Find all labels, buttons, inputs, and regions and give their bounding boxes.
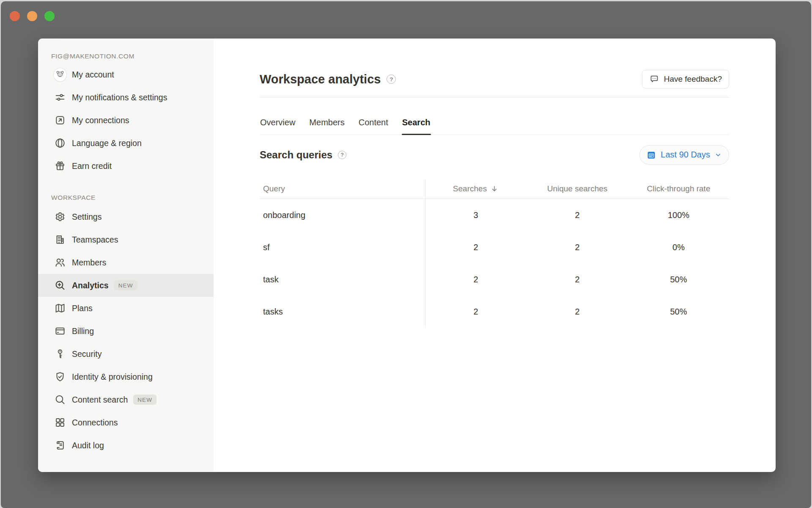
sidebar-item-label: Content search [72, 394, 128, 405]
have-feedback-button[interactable]: Have feedback? [642, 70, 729, 88]
date-range-label: Last 90 Days [661, 150, 710, 160]
tab-search[interactable]: Search [402, 97, 431, 135]
new-badge: NEW [114, 280, 137, 290]
chevron-down-icon [714, 151, 722, 159]
sidebar-item-my-connections[interactable]: My connections [38, 109, 214, 132]
globe-icon [54, 137, 66, 149]
table-row[interactable]: tasks 2 2 50% [260, 295, 729, 328]
unique-searches-cell: 2 [527, 243, 628, 252]
sidebar-item-earn-credit[interactable]: Earn credit [38, 155, 214, 177]
table-row[interactable]: onboarding 3 2 100% [260, 199, 729, 231]
sidebar-item-label: My notifications & settings [72, 92, 167, 103]
ctr-cell: 50% [628, 307, 729, 317]
search-queries-table: Query Searches Unique searches Click-thr… [260, 179, 729, 328]
tab-overview[interactable]: Overview [260, 97, 296, 135]
ctr-cell: 50% [628, 275, 729, 284]
calendar-icon [646, 150, 656, 160]
column-header-ctr[interactable]: Click-through rate [628, 184, 729, 193]
column-header-searches[interactable]: Searches [425, 184, 527, 193]
sidebar-item-security[interactable]: Security [38, 342, 214, 365]
speech-bubble-icon [649, 74, 659, 84]
table-header-row: Query Searches Unique searches Click-thr… [260, 179, 729, 199]
unique-searches-cell: 2 [527, 307, 628, 317]
sidebar-item-label: Settings [72, 211, 102, 222]
sliders-icon [54, 91, 66, 104]
sidebar-item-label: Audit log [72, 440, 104, 451]
searches-cell: 2 [425, 307, 527, 317]
sidebar-item-settings[interactable]: Settings [38, 205, 214, 228]
sort-desc-arrow-icon [490, 185, 499, 193]
key-icon [54, 348, 66, 360]
building-icon [54, 233, 66, 246]
app-window: FIG@MAKENOTION.COM My account [1, 1, 811, 508]
account-email-label: FIG@MAKENOTION.COM [38, 51, 214, 61]
new-badge: NEW [133, 395, 156, 405]
sidebar-item-label: Language & region [72, 138, 142, 149]
minimize-window-button[interactable] [27, 11, 37, 21]
column-header-label: Searches [453, 184, 487, 193]
sidebar-item-content-search[interactable]: Content search NEW [38, 388, 214, 411]
ctr-cell: 100% [628, 210, 729, 220]
sidebar-item-notifications-settings[interactable]: My notifications & settings [38, 86, 214, 109]
sidebar-item-label: Members [72, 257, 106, 268]
feedback-button-label: Have feedback? [664, 75, 722, 84]
grid-icon [54, 416, 66, 429]
sidebar-item-billing[interactable]: Billing [38, 320, 214, 342]
account-section: My account My notifications & settings M… [38, 63, 214, 177]
workspace-section: Settings Teamspaces [38, 205, 214, 457]
workspace-section-label: WORKSPACE [38, 193, 214, 203]
gear-icon [54, 210, 66, 223]
sidebar-item-label: Analytics [72, 280, 109, 291]
sidebar-item-analytics[interactable]: Analytics NEW [38, 274, 214, 297]
members-icon [54, 256, 66, 269]
settings-dialog: FIG@MAKENOTION.COM My account [38, 39, 776, 472]
zoom-plus-icon [54, 279, 66, 292]
analytics-tabs: Overview Members Content Search [260, 97, 729, 135]
sidebar-item-audit-log[interactable]: Audit log [38, 434, 214, 457]
sidebar-item-connections[interactable]: Connections [38, 411, 214, 434]
help-icon[interactable]: ? [387, 75, 396, 84]
help-icon[interactable]: ? [338, 151, 346, 159]
close-window-button[interactable] [10, 11, 20, 21]
query-cell: onboarding [260, 210, 425, 220]
sidebar-item-label: My account [72, 69, 114, 80]
sidebar-item-teamspaces[interactable]: Teamspaces [38, 228, 214, 251]
sidebar-item-label: Identity & provisioning [72, 371, 153, 382]
shield-check-icon [54, 370, 66, 383]
page-title: Workspace analytics [260, 72, 381, 86]
query-cell: sf [260, 243, 425, 252]
gift-icon [54, 160, 66, 172]
sidebar-item-plans[interactable]: Plans [38, 297, 214, 320]
searches-cell: 2 [425, 275, 527, 284]
sidebar-item-label: Teamspaces [72, 234, 118, 245]
map-icon [54, 302, 66, 315]
ctr-cell: 0% [628, 243, 729, 252]
sidebar-item-identity-provisioning[interactable]: Identity & provisioning [38, 365, 214, 388]
arrow-up-right-icon [54, 114, 66, 127]
unique-searches-cell: 2 [527, 275, 628, 284]
query-cell: tasks [260, 307, 425, 317]
settings-sidebar: FIG@MAKENOTION.COM My account [38, 39, 214, 472]
sidebar-item-language-region[interactable]: Language & region [38, 132, 214, 155]
avatar [54, 68, 66, 81]
scroll-icon [54, 439, 66, 452]
sidebar-item-my-account[interactable]: My account [38, 63, 214, 86]
sidebar-item-label: Earn credit [72, 160, 112, 171]
table-row[interactable]: task 2 2 50% [260, 263, 729, 295]
unique-searches-cell: 2 [527, 210, 628, 220]
column-divider [425, 179, 425, 328]
sidebar-item-label: Billing [72, 326, 94, 337]
sidebar-item-members[interactable]: Members [38, 251, 214, 274]
page-header: Workspace analytics ? Have feedback? [260, 69, 729, 89]
table-row[interactable]: sf 2 2 0% [260, 231, 729, 263]
query-cell: task [260, 275, 425, 284]
searches-cell: 3 [425, 210, 527, 220]
column-header-query[interactable]: Query [260, 184, 425, 193]
column-header-unique-searches[interactable]: Unique searches [527, 184, 628, 193]
tab-content[interactable]: Content [358, 97, 389, 135]
sidebar-item-label: My connections [72, 115, 129, 126]
tab-members[interactable]: Members [309, 97, 345, 135]
zoom-window-button[interactable] [44, 11, 55, 21]
date-range-dropdown[interactable]: Last 90 Days [639, 145, 729, 165]
section-header: Search queries ? Last 90 Days [260, 145, 729, 165]
